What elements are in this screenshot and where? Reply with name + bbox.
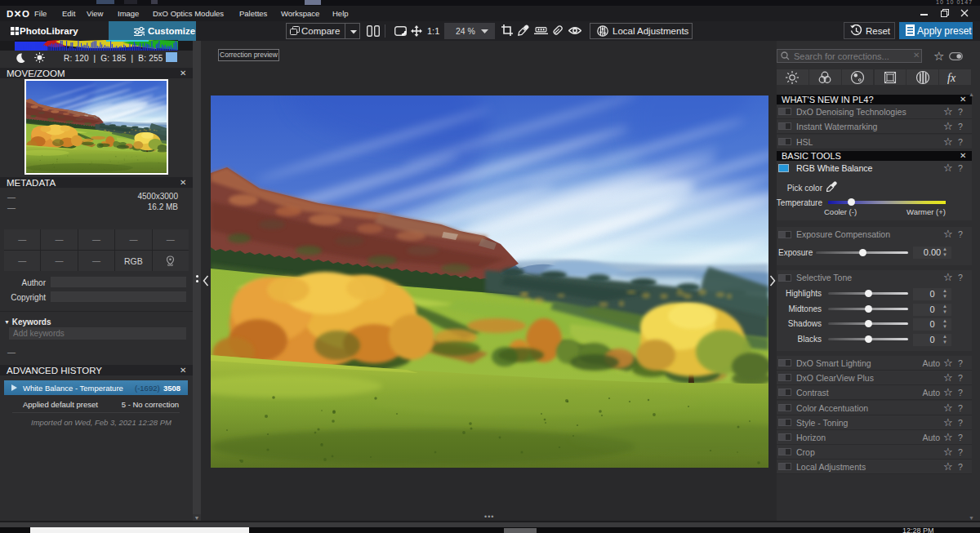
svg-text:fx: fx (947, 72, 956, 84)
